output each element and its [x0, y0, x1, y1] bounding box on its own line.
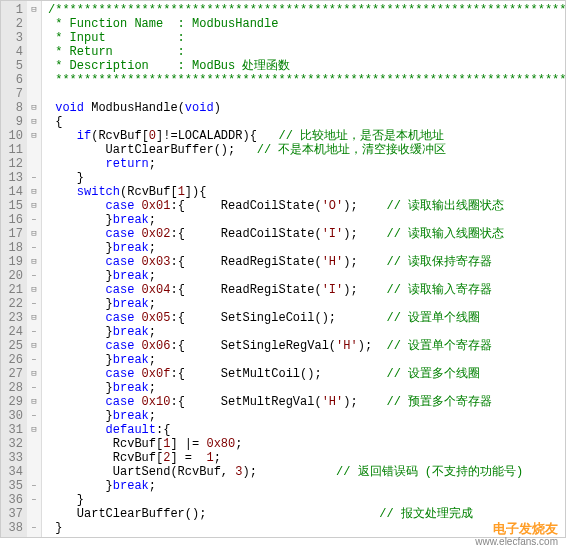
line-number: 17 — [3, 227, 23, 241]
line-number: 33 — [3, 451, 23, 465]
line-number: 28 — [3, 381, 23, 395]
line-number: 24 — [3, 325, 23, 339]
line-number: 9 — [3, 115, 23, 129]
line-number: 6 — [3, 73, 23, 87]
keyword: case — [106, 395, 135, 409]
line-number: 16 — [3, 213, 23, 227]
line-number: 35 — [3, 479, 23, 493]
line-number: 36 — [3, 493, 23, 507]
fold-toggle-icon[interactable]: ⊟ — [27, 129, 41, 143]
comment-text: ****************************************… — [48, 73, 565, 87]
fold-toggle-icon[interactable]: ⊟ — [27, 3, 41, 17]
comment-text: // 读取输入线圈状态 — [387, 227, 505, 241]
line-number: 31 — [3, 423, 23, 437]
comment-text: // 设置多个线圈 — [386, 367, 480, 381]
fold-toggle-icon[interactable]: – — [27, 269, 41, 283]
keyword: break — [113, 381, 149, 395]
fold-empty — [27, 31, 41, 45]
brace: { — [55, 115, 62, 129]
fold-toggle-icon[interactable]: – — [27, 241, 41, 255]
comment-text: // 报文处理完成 — [379, 507, 473, 521]
fold-empty — [27, 465, 41, 479]
line-number: 3 — [3, 31, 23, 45]
watermark-url: www.elecfans.com — [475, 536, 558, 538]
line-number: 5 — [3, 59, 23, 73]
keyword: case — [106, 255, 135, 269]
comment-text: // 读取输入寄存器 — [387, 283, 493, 297]
line-number: 11 — [3, 143, 23, 157]
code-area[interactable]: /***************************************… — [42, 1, 565, 537]
fold-empty — [27, 451, 41, 465]
line-number: 21 — [3, 283, 23, 297]
comment-text: * Description : ModBus 处理函数 — [48, 59, 290, 73]
fold-toggle-icon[interactable]: ⊟ — [27, 311, 41, 325]
line-number: 7 — [3, 87, 23, 101]
fold-toggle-icon[interactable]: – — [27, 171, 41, 185]
line-number: 8 — [3, 101, 23, 115]
fold-empty — [27, 17, 41, 31]
keyword: if — [77, 129, 91, 143]
fold-empty — [27, 87, 41, 101]
line-number: 19 — [3, 255, 23, 269]
line-number: 10 — [3, 129, 23, 143]
line-number: 37 — [3, 507, 23, 521]
comment-text: /***************************************… — [48, 3, 565, 17]
fold-toggle-icon[interactable]: ⊟ — [27, 255, 41, 269]
fold-toggle-icon[interactable]: ⊟ — [27, 339, 41, 353]
fold-toggle-icon[interactable]: ⊟ — [27, 101, 41, 115]
line-number: 27 — [3, 367, 23, 381]
line-number: 25 — [3, 339, 23, 353]
line-number: 20 — [3, 269, 23, 283]
line-number: 30 — [3, 409, 23, 423]
fold-toggle-icon[interactable]: ⊟ — [27, 283, 41, 297]
comment-text: * Return : — [48, 45, 185, 59]
fold-toggle-icon[interactable]: – — [27, 479, 41, 493]
line-number: 38 — [3, 521, 23, 535]
line-number: 13 — [3, 171, 23, 185]
comment-text: // 返回错误码 (不支持的功能号) — [336, 465, 523, 479]
line-number: 32 — [3, 437, 23, 451]
fold-gutter[interactable]: ⊟⊟⊟⊟–⊟⊟–⊟–⊟–⊟–⊟–⊟–⊟–⊟–⊟––– — [27, 1, 42, 537]
keyword: case — [106, 339, 135, 353]
fold-toggle-icon[interactable]: – — [27, 493, 41, 507]
keyword: case — [106, 199, 135, 213]
keyword: break — [113, 409, 149, 423]
keyword: break — [113, 269, 149, 283]
keyword: void — [185, 101, 214, 115]
keyword: break — [113, 297, 149, 311]
line-number: 18 — [3, 241, 23, 255]
line-number: 15 — [3, 199, 23, 213]
code-editor[interactable]: 1234567891011121314151617181920212223242… — [0, 0, 566, 538]
fold-empty — [27, 437, 41, 451]
fold-toggle-icon[interactable]: – — [27, 325, 41, 339]
line-number: 4 — [3, 45, 23, 59]
fold-toggle-icon[interactable]: ⊟ — [27, 395, 41, 409]
comment-text: // 比较地址，是否是本机地址 — [278, 129, 444, 143]
keyword: switch — [77, 185, 120, 199]
fold-toggle-icon[interactable]: – — [27, 409, 41, 423]
comment-text: * Input : — [48, 31, 185, 45]
line-number: 34 — [3, 465, 23, 479]
fold-toggle-icon[interactable]: ⊟ — [27, 115, 41, 129]
fold-toggle-icon[interactable]: – — [27, 297, 41, 311]
fold-toggle-icon[interactable]: – — [27, 521, 41, 535]
fold-toggle-icon[interactable]: – — [27, 381, 41, 395]
line-number: 29 — [3, 395, 23, 409]
comment-text: * Function Name : ModbusHandle — [48, 17, 278, 31]
fold-toggle-icon[interactable]: ⊟ — [27, 185, 41, 199]
line-number: 26 — [3, 353, 23, 367]
line-number: 14 — [3, 185, 23, 199]
comment-text: // 不是本机地址，清空接收缓冲区 — [257, 143, 447, 157]
fold-toggle-icon[interactable]: ⊟ — [27, 367, 41, 381]
keyword: case — [106, 311, 135, 325]
fold-toggle-icon[interactable]: ⊟ — [27, 227, 41, 241]
brace: } — [55, 521, 62, 535]
fold-toggle-icon[interactable]: ⊟ — [27, 199, 41, 213]
fold-toggle-icon[interactable]: – — [27, 213, 41, 227]
fold-toggle-icon[interactable]: ⊟ — [27, 423, 41, 437]
fold-empty — [27, 143, 41, 157]
line-number: 22 — [3, 297, 23, 311]
fold-toggle-icon[interactable]: – — [27, 353, 41, 367]
line-number: 1 — [3, 3, 23, 17]
keyword: break — [113, 213, 149, 227]
